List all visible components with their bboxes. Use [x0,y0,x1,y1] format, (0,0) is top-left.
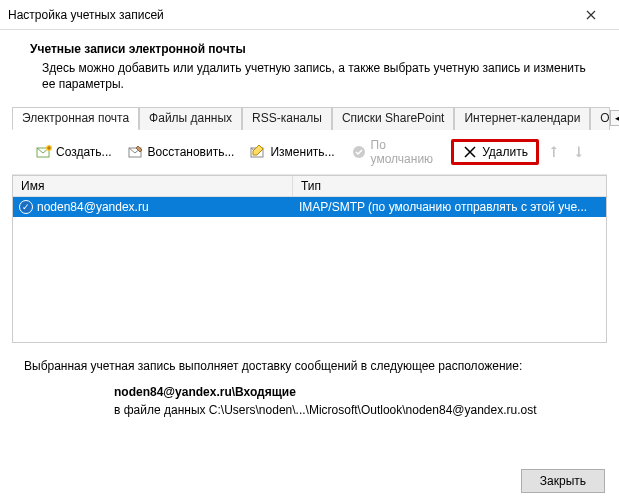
column-name[interactable]: Имя [13,176,293,196]
default-button: По умолчанию [345,136,448,168]
move-up-icon: 🠕 [543,145,564,160]
footer: Закрыть [521,469,605,493]
delivery-intro: Выбранная учетная запись выполняет доста… [24,357,595,375]
delete-highlight: Удалить [451,139,539,165]
close-button[interactable] [571,1,611,29]
restore-button[interactable]: Восстановить... [122,142,241,162]
check-circle-icon [351,144,367,160]
tab-published[interactable]: Опублико [590,107,610,130]
close-dialog-button[interactable]: Закрыть [521,469,605,493]
create-button[interactable]: Создать... [30,142,118,162]
tab-scroll-nav: ◂ ▸ [610,106,619,129]
account-list: Имя Тип ✓ noden84@yandex.ru IMAP/SMTP (п… [12,175,607,343]
column-type[interactable]: Тип [293,176,606,196]
restore-label: Восстановить... [148,145,235,159]
account-email: noden84@yandex.ru [37,200,149,214]
edit-label: Изменить... [270,145,334,159]
edit-button[interactable]: Изменить... [244,142,340,162]
new-mail-icon [36,144,52,160]
close-icon [586,10,596,20]
delivery-info: Выбранная учетная запись выполняет доста… [24,357,595,419]
create-label: Создать... [56,145,112,159]
cell-name: ✓ noden84@yandex.ru [13,200,293,214]
repair-icon [128,144,144,160]
move-down-icon: 🠗 [568,145,589,160]
titlebar: Настройка учетных записей [0,0,619,30]
tab-internet-calendars[interactable]: Интернет-календари [454,107,590,130]
delivery-file: в файле данных C:\Users\noden\...\Micros… [114,403,537,417]
tab-data-files[interactable]: Файлы данных [139,107,242,130]
delete-button[interactable]: Удалить [462,144,528,160]
delivery-path: noden84@yandex.ru\Входящие [114,385,296,399]
table-row[interactable]: ✓ noden84@yandex.ru IMAP/SMTP (по умолча… [13,197,606,217]
tab-sharepoint[interactable]: Списки SharePoint [332,107,455,130]
default-account-icon: ✓ [19,200,33,214]
tab-rss[interactable]: RSS-каналы [242,107,332,130]
cell-type: IMAP/SMTP (по умолчанию отправлять с это… [293,200,606,214]
header-heading: Учетные записи электронной почты [30,42,589,56]
header-description: Здесь можно добавить или удалить учетную… [30,60,589,92]
tabs: Электронная почта Файлы данных RSS-канал… [12,106,607,130]
list-header: Имя Тип [13,176,606,197]
default-label: По умолчанию [371,138,442,166]
tab-email[interactable]: Электронная почта [12,107,139,130]
header: Учетные записи электронной почты Здесь м… [0,30,619,106]
delete-icon [462,144,478,160]
edit-icon [250,144,266,160]
window-title: Настройка учетных записей [8,8,571,22]
toolbar: Создать... Восстановить... Изменить... П… [12,130,607,175]
delete-label: Удалить [482,145,528,159]
tab-scroll-left[interactable]: ◂ [610,110,619,126]
